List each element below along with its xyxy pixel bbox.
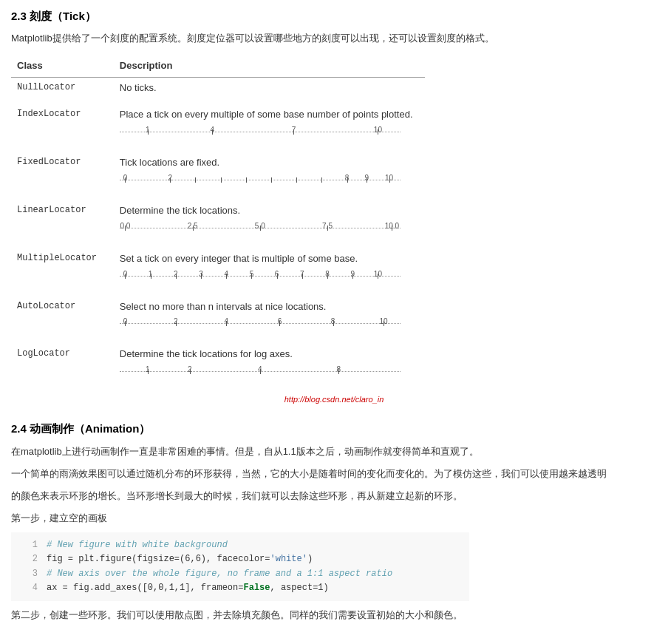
tick-mark	[151, 274, 151, 279]
watermark: http://blog.csdn.net/claro_in	[11, 393, 657, 407]
locator-desc: Set a tick on every integer that is mult…	[114, 248, 425, 291]
locator-class: LogLocator	[11, 344, 114, 386]
table-row: AutoLocatorSelect no more than n interva…	[11, 296, 425, 339]
tick-mark	[221, 177, 222, 183]
spacer-row	[11, 146, 425, 152]
tick-mark	[170, 177, 171, 183]
tick-mark	[176, 274, 177, 279]
locator-desc: No ticks.	[114, 77, 425, 98]
table-row: MultipleLocatorSet a tick on every integ…	[11, 248, 425, 291]
tick-mark	[190, 369, 191, 374]
tick-mark	[176, 321, 177, 326]
tick-mark	[260, 226, 261, 231]
tick-mark	[338, 369, 339, 374]
section-24: 2.4 动画制作（Animation） 在matplotlib上进行动画制作一直…	[11, 420, 657, 623]
section-24-title: 2.4 动画制作（Animation）	[11, 420, 657, 438]
table-header-desc: Description	[114, 55, 425, 77]
line-number: 1	[20, 538, 38, 552]
tick-mark	[226, 321, 227, 326]
table-header-class: Class	[11, 55, 114, 77]
section-24-step1: 第一步，建立空的画板	[11, 510, 657, 526]
section-24-para3: 的颜色来表示环形的增长。当环形增长到最大的时候，我们就可以去除这些环形，再从新建…	[11, 488, 657, 504]
spacer-row	[11, 194, 425, 200]
table-row: FixedLocatorTick locations are fixed.028…	[11, 152, 425, 194]
code-line: 3# New axis over the whole figure, no fr…	[20, 567, 460, 581]
tick-ruler: 0.02.55.07.510.0	[120, 220, 401, 237]
line-content: ax = fig.add_axes([0,0,1,1], frameon=Fal…	[47, 581, 329, 595]
tick-mark	[125, 177, 126, 183]
tick-mark	[201, 274, 202, 279]
tick-mark	[277, 274, 278, 279]
locator-class: LinearLocator	[11, 200, 114, 243]
tick-ruler: 1248	[120, 364, 401, 380]
tick-mark	[212, 129, 213, 135]
tick-mark	[193, 226, 194, 231]
line-content: # New figure with white background	[47, 538, 228, 552]
tick-mark	[327, 226, 328, 231]
tick-mark	[389, 177, 390, 183]
section-23-intro: Matplotlib提供给了一个刻度的配置系统。刻度定位器可以设置哪些地方的刻度…	[11, 31, 657, 47]
locator-table: Class Description NullLocatorNo ticks.In…	[11, 55, 425, 386]
locator-desc: Determine the tick locations for log axe…	[114, 344, 425, 386]
tick-ruler: 028910	[120, 172, 401, 189]
code-line: 1# New figure with white background	[20, 538, 460, 552]
tick-mark	[125, 226, 126, 231]
section-24-para2: 一个简单的雨滴效果图可以通过随机分布的环形获得，当然，它的大小是随着时间的变化而…	[11, 466, 657, 482]
tick-mark	[279, 321, 280, 326]
spacer-row	[11, 338, 425, 344]
line-content: # New axis over the whole figure, no fra…	[47, 567, 392, 581]
tick-mark	[327, 274, 328, 279]
tick-mark	[195, 177, 196, 183]
locator-desc: Place a tick on every multiple of some b…	[114, 104, 425, 146]
tick-mark	[302, 274, 303, 279]
locator-class: NullLocator	[11, 77, 114, 98]
table-row: NullLocatorNo ticks.	[11, 77, 425, 98]
locator-class: MultipleLocator	[11, 248, 114, 291]
line-number: 2	[20, 552, 38, 566]
tick-mark	[260, 369, 261, 374]
tick-mark	[125, 274, 126, 279]
tick-mark	[148, 129, 149, 135]
tick-ruler: 0246810	[120, 316, 401, 332]
table-row: IndexLocatorPlace a tick on every multip…	[11, 104, 425, 146]
section-24-para1: 在matplotlib上进行动画制作一直是非常困难的事情。但是，自从1.1版本之…	[11, 444, 657, 460]
locator-class: FixedLocator	[11, 152, 114, 194]
code-block: 1# New figure with white background2fig …	[11, 532, 469, 601]
locator-desc: Select no more than n intervals at nice …	[114, 296, 425, 339]
locator-desc: Tick locations are fixed.028910	[114, 152, 425, 194]
tick-mark	[246, 177, 247, 183]
tick-ruler: 14710	[120, 124, 401, 140]
tick-mark	[251, 274, 252, 279]
line-content: fig = plt.figure(figsize=(6,6), facecolo…	[47, 552, 313, 566]
line-number: 3	[20, 567, 38, 581]
locator-class: AutoLocator	[11, 296, 114, 339]
tick-mark	[293, 129, 294, 135]
table-row: LinearLocatorDetermine the tick location…	[11, 200, 425, 243]
tick-mark	[321, 177, 322, 183]
code-line: 2fig = plt.figure(figsize=(6,6), facecol…	[20, 552, 460, 566]
tick-ruler: 012345678910	[120, 268, 401, 285]
locator-class: IndexLocator	[11, 104, 114, 146]
spacer-row	[11, 98, 425, 104]
tick-mark	[352, 274, 353, 279]
tick-mark	[392, 226, 392, 231]
tick-mark	[271, 177, 272, 183]
table-row: LogLocatorDetermine the tick locations f…	[11, 344, 425, 386]
locator-desc: Determine the tick locations.0.02.55.07.…	[114, 200, 425, 243]
code-line: 4ax = fig.add_axes([0,0,1,1], frameon=Fa…	[20, 581, 460, 595]
tick-mark	[367, 177, 367, 183]
tick-mark	[333, 321, 334, 326]
tick-mark	[296, 177, 297, 183]
tick-mark	[226, 274, 227, 279]
tick-mark	[125, 321, 126, 326]
section-23-title: 2.3 刻度（Tick）	[11, 7, 657, 25]
tick-mark	[378, 129, 378, 135]
spacer-row	[11, 243, 425, 248]
tick-mark	[148, 369, 149, 374]
spacer-row	[11, 291, 425, 296]
line-number: 4	[20, 581, 38, 595]
tick-mark	[347, 177, 348, 183]
tick-mark	[378, 274, 378, 279]
tick-mark	[384, 321, 384, 326]
section-24-step2: 第二步，创建一些环形。我们可以使用散点图，并去除填充颜色。同样的我们需要设置初始…	[11, 607, 657, 623]
